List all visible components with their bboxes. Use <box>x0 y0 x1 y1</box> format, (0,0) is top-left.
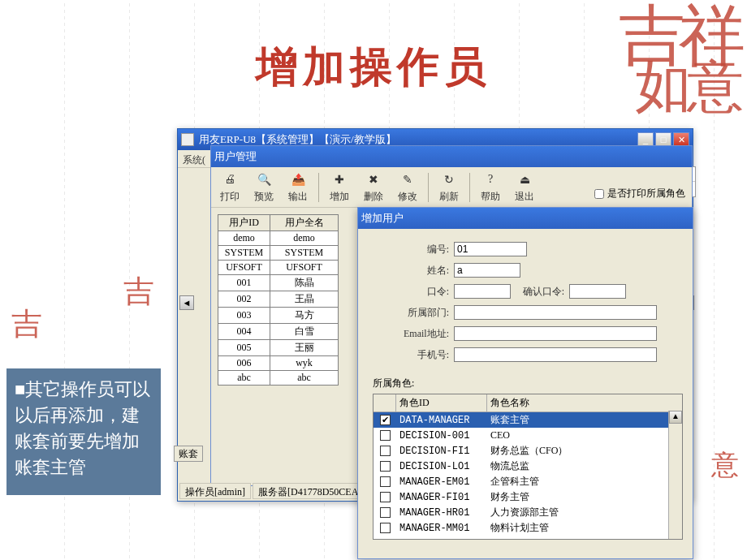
role-row[interactable]: DECISION-FI1财务总监（CFO） <box>374 443 682 459</box>
role-row[interactable]: MANAGER-EM01企管科主管 <box>374 474 682 489</box>
input-mobile[interactable] <box>454 347 657 362</box>
table-row[interactable]: abcabc <box>218 371 339 386</box>
role-id: DATA-MANAGER <box>396 415 487 426</box>
输出-icon: 📤 <box>287 170 309 188</box>
scroll-left-button[interactable]: ◄ <box>179 295 194 310</box>
table-row[interactable]: UFSOFTUFSOFT <box>218 261 339 275</box>
input-id[interactable] <box>454 242 527 256</box>
toolbar-输出[interactable]: 📤输出 <box>283 170 313 205</box>
label-pass: 口令: <box>399 285 449 299</box>
刷新-icon: ↻ <box>438 170 460 188</box>
table-row[interactable]: 005王丽 <box>218 340 339 356</box>
input-name[interactable] <box>454 263 520 278</box>
role-name: 账套主管 <box>487 413 682 427</box>
toolbar-修改[interactable]: ✎修改 <box>392 170 423 205</box>
decor-seal: 意 <box>711 451 739 479</box>
role-checkbox[interactable] <box>380 446 391 456</box>
预览-icon: 🔍 <box>253 170 274 188</box>
role-id: MANAGER-FI01 <box>396 492 487 503</box>
table-row[interactable]: 002王晶 <box>218 291 339 308</box>
slide-title: 增加操作员 <box>0 39 747 96</box>
titlebar[interactable]: 用户管理 <box>211 146 692 167</box>
role-checkbox[interactable] <box>380 507 391 518</box>
toolbar: 🖨打印🔍预览📤输出✚增加✖删除✎修改↻刷新?帮助⏏退出 是否打印所属角色 <box>211 167 692 208</box>
role-name: CEO <box>487 429 682 442</box>
role-row[interactable]: MANAGER-MM01物料计划主管 <box>374 520 682 536</box>
add-user-dialog: 增加用户 编号: 姓名: 口令: 确认口令: 所属部门: Email地址: 手机… <box>357 207 693 559</box>
toolbar-打印[interactable]: 🖨打印 <box>214 170 245 205</box>
label-name: 姓名: <box>399 264 449 278</box>
role-id: MANAGER-HR01 <box>396 507 487 519</box>
role-checkbox[interactable] <box>380 523 391 533</box>
table-row[interactable]: 001陈晶 <box>218 275 339 291</box>
修改-icon: ✎ <box>397 170 418 188</box>
toolbar-预览[interactable]: 🔍预览 <box>248 170 279 205</box>
role-checkbox[interactable]: ✔ <box>380 415 391 425</box>
titlebar[interactable]: 增加用户 <box>358 208 693 229</box>
roles-scrollbar[interactable]: ▲ <box>668 411 682 539</box>
table-row[interactable]: SYSTEMSYSTEM <box>218 246 339 261</box>
status-operator: 操作员[admin] <box>179 483 251 499</box>
dialog-title: 增加用户 <box>361 211 404 226</box>
toolbar-删除[interactable]: ✖删除 <box>358 170 389 205</box>
label-roles: 所属角色: <box>373 377 693 390</box>
user-table: 用户ID用户全名 demodemoSYSTEMSYSTEMUFSOFTUFSOF… <box>218 214 339 386</box>
app-icon <box>181 133 194 146</box>
table-row[interactable]: demodemo <box>218 231 339 246</box>
role-checkbox[interactable] <box>380 430 391 441</box>
tab-accounts[interactable]: 账套 <box>174 446 203 462</box>
退出-icon: ⏏ <box>514 170 535 188</box>
input-pass[interactable] <box>454 284 511 299</box>
role-row[interactable]: MANAGER-HR01人力资源部主管 <box>374 505 682 520</box>
label-mobile: 手机号: <box>399 348 449 362</box>
decor-seal: 吉 <box>11 308 42 339</box>
input-dept[interactable] <box>454 305 657 320</box>
table-row[interactable]: 006wyk <box>218 356 339 371</box>
role-name: 物流总监 <box>487 459 682 473</box>
label-email: Email地址: <box>399 327 449 341</box>
table-row[interactable]: 004白雪 <box>218 324 339 340</box>
col-header: 用户全名 <box>270 215 339 231</box>
slide-note: ■其它操作员可以以后再添加，建账套前要先增加账套主管 <box>6 368 161 495</box>
role-name: 财务主管 <box>487 490 682 504</box>
table-row[interactable]: 003马方 <box>218 308 339 324</box>
role-id: DECISION-001 <box>396 430 487 442</box>
toolbar-帮助[interactable]: ?帮助 <box>475 170 506 205</box>
role-checkbox[interactable] <box>380 476 391 487</box>
role-name: 物料计划主管 <box>487 521 682 535</box>
label-id: 编号: <box>399 243 449 256</box>
role-id: MANAGER-MM01 <box>396 523 487 534</box>
增加-icon: ✚ <box>329 170 350 188</box>
role-name: 企管科主管 <box>487 475 682 489</box>
role-row[interactable]: ✔DATA-MANAGER账套主管 <box>374 412 682 428</box>
print-roles-checkbox[interactable]: 是否打印所属角色 <box>594 187 689 205</box>
role-name: 财务总监（CFO） <box>487 444 682 458</box>
删除-icon: ✖ <box>363 170 384 188</box>
decor-seal: 吉 <box>123 276 154 307</box>
帮助-icon: ? <box>480 170 501 188</box>
role-id: MANAGER-EM01 <box>396 476 487 488</box>
toolbar-增加[interactable]: ✚增加 <box>324 170 355 205</box>
role-name: 人力资源部主管 <box>487 506 682 519</box>
role-row[interactable]: DECISION-001CEO <box>374 428 682 443</box>
input-email[interactable] <box>454 326 657 341</box>
toolbar-刷新[interactable]: ↻刷新 <box>434 170 464 205</box>
col-role-id: 角色ID <box>396 394 487 411</box>
window-title: 用户管理 <box>214 149 257 164</box>
role-checkbox[interactable] <box>380 461 391 472</box>
role-id: DECISION-LO1 <box>396 461 487 472</box>
role-id: DECISION-FI1 <box>396 446 487 457</box>
label-dept: 所属部门: <box>399 306 449 320</box>
col-header: 用户ID <box>218 215 270 231</box>
scroll-up-button[interactable]: ▲ <box>669 411 682 424</box>
roles-list: 角色ID 角色名称 ✔DATA-MANAGER账套主管DECISION-001C… <box>373 394 683 540</box>
role-row[interactable]: MANAGER-FI01财务主管 <box>374 489 682 505</box>
toolbar-退出[interactable]: ⏏退出 <box>509 170 540 205</box>
label-pass2: 确认口令: <box>516 285 564 299</box>
col-role-name: 角色名称 <box>487 394 682 411</box>
role-checkbox[interactable] <box>380 492 391 502</box>
打印-icon: 🖨 <box>219 170 240 188</box>
role-row[interactable]: DECISION-LO1物流总监 <box>374 459 682 474</box>
input-pass2[interactable] <box>569 284 626 299</box>
